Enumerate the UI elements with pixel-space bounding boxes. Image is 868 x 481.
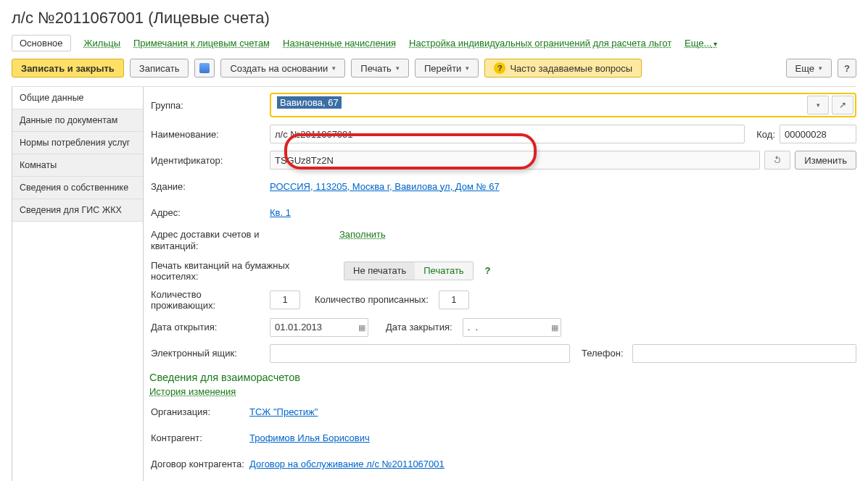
opendate-input[interactable] [270,318,368,337]
closedate-label: Дата закрытия: [373,322,458,332]
building-label: Здание: [149,181,265,192]
side-tabs: Общие данные Данные по документам Нормы … [12,87,144,481]
contragent-link[interactable]: Трофимов Илья Борисович [249,432,370,443]
refresh-icon [772,155,782,165]
code-label: Код: [749,129,775,140]
print-toggle[interactable]: Не печатать Печатать [344,262,474,280]
save-button[interactable]: Записать [130,59,189,78]
group-dropdown-icon[interactable] [807,96,829,114]
group-input[interactable]: Вавилова, 67 [273,97,804,113]
registered-label: Количество прописанных: [305,294,434,305]
identifier-input[interactable] [270,151,760,170]
question-icon[interactable]: ? [478,265,491,276]
nav-main[interactable]: Основное [12,35,71,51]
nav-bar: Основное Жильцы Примечания к лицевым сче… [12,35,856,51]
contract-link[interactable]: Договор на обслуживание л/с №2011067001 [249,459,445,469]
toggle-print[interactable]: Печатать [415,262,472,280]
goto-button[interactable]: Перейти [415,59,479,78]
nav-limits[interactable]: Настройка индивидуальных ограничений для… [409,38,671,49]
email-label: Электронный ящик: [149,348,265,359]
group-open-icon[interactable]: ↗ [832,96,853,114]
tab-documents[interactable]: Данные по документам [12,109,143,132]
group-field-wrap: Вавилова, 67 ↗ [270,93,856,117]
history-link[interactable]: История изменения [149,386,236,397]
toolbar: Записать и закрыть Записать Создать на о… [12,59,856,87]
list-icon-button[interactable] [194,59,215,78]
identifier-label: Идентификатор: [149,155,265,166]
address-link[interactable]: Кв. 1 [270,207,291,218]
help-icon: ? [494,62,505,74]
address-label: Адрес: [149,207,265,218]
nav-notes[interactable]: Примечания к лицевым счетам [133,38,270,49]
list-icon [199,63,210,73]
living-label: Количество проживающих: [149,289,265,311]
phone-label: Телефон: [574,348,628,359]
change-button[interactable]: Изменить [795,151,856,170]
print-button[interactable]: Печать [351,59,409,78]
delivery-label: Адрес доставки счетов и квитанций: [149,229,265,253]
org-link[interactable]: ТСЖ "Престиж" [249,406,318,417]
help-button[interactable]: ? [838,59,856,78]
opendate-label: Дата открытия: [149,322,265,332]
toggle-noprint[interactable]: Не печатать [344,262,415,280]
tab-general[interactable]: Общие данные [12,86,143,109]
tab-rooms[interactable]: Комнаты [12,154,143,177]
settlement-header: Сведения для взаиморасчетов [149,372,856,383]
name-label: Наименование: [149,129,265,140]
building-link[interactable]: РОССИЯ, 113205, Москва г, Вавилова ул, Д… [270,181,500,192]
email-input[interactable] [270,344,570,363]
phone-input[interactable] [632,344,856,363]
tab-norms[interactable]: Нормы потребления услуг [12,131,143,154]
faq-button[interactable]: ? Часто задаваемые вопросы [484,59,642,78]
nav-tenants[interactable]: Жильцы [84,38,120,49]
tab-gis[interactable]: Сведения для ГИС ЖКХ [12,198,143,222]
printpaper-label: Печать квитанций на бумажных носителях: [149,260,339,282]
closedate-input[interactable] [463,318,561,337]
form-area: Группа: Вавилова, 67 ↗ Наименование: Код… [149,87,856,481]
code-input[interactable] [780,125,856,143]
name-input[interactable] [270,125,745,143]
tab-owner[interactable]: Сведения о собственнике [12,176,143,199]
page-title: л/с №2011067001 (Лицевые счета) [12,9,856,28]
fill-link[interactable]: Заполнить [339,229,386,240]
org-label: Организация: [149,406,245,417]
nav-more[interactable]: Еще... [685,38,717,49]
save-close-button[interactable]: Записать и закрыть [12,59,124,78]
more-button[interactable]: Еще [786,59,832,78]
contragent-label: Контрагент: [149,432,245,443]
registered-input[interactable] [439,290,469,309]
refresh-button[interactable] [764,151,790,170]
nav-accruals[interactable]: Назначенные начисления [283,38,396,49]
contract-label: Договор контрагента: [149,459,245,469]
living-input[interactable] [270,290,300,309]
group-label: Группа: [149,100,265,111]
create-based-button[interactable]: Создать на основании [220,59,345,78]
